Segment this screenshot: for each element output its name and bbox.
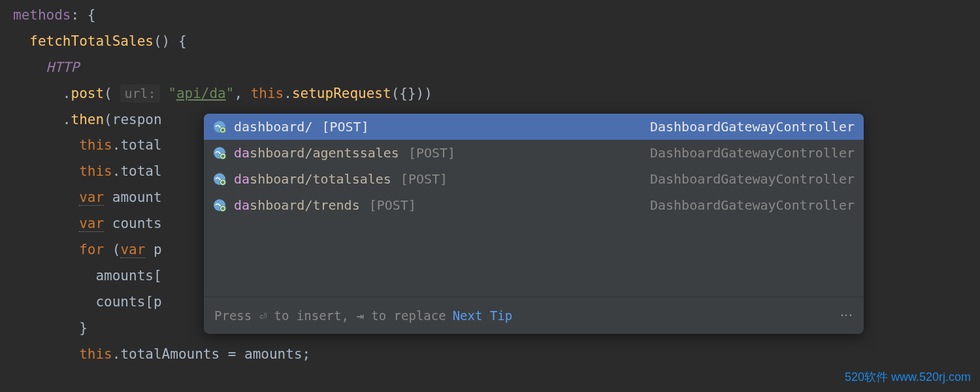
- more-icon[interactable]: ⋮: [834, 309, 858, 323]
- autocomplete-item[interactable]: dashboard/trends[POST]DashboardGatewayCo…: [204, 192, 864, 218]
- token-funcname: fetchTotalSales: [29, 33, 154, 49]
- autocomplete-item[interactable]: dashboard/[POST]DashboardGatewayControll…: [204, 114, 864, 140]
- suggestion-match: da: [234, 167, 250, 191]
- suggestion-origin: DashboardGatewayController: [650, 140, 855, 165]
- suggestion-origin: DashboardGatewayController: [650, 167, 855, 191]
- suggestion-text: shboard/trends: [250, 193, 360, 218]
- code-line: this.totalAmounts = amounts;: [13, 342, 980, 368]
- token-then: then: [71, 112, 105, 127]
- suggestion-match: da: [234, 193, 250, 218]
- suggestion-meta: [POST]: [408, 140, 455, 165]
- suggestion-text: shboard/agentssales: [250, 140, 399, 165]
- suggestion-text: shboard/: [250, 114, 312, 139]
- suggestion-match: da: [234, 140, 250, 165]
- autocomplete-popup[interactable]: dashboard/[POST]DashboardGatewayControll…: [204, 114, 864, 334]
- footer-hint: Press ⏎ to insert, ⇥ to replace: [214, 304, 446, 327]
- suggestion-text: shboard/totalsales: [250, 167, 391, 191]
- next-tip-link[interactable]: Next Tip: [453, 304, 513, 327]
- param-hint: url:: [120, 84, 159, 103]
- endpoint-icon: [213, 146, 226, 159]
- token-post: post: [71, 86, 105, 101]
- watermark: 520软件 www.520rj.com: [845, 366, 971, 388]
- suggestion-origin: DashboardGatewayController: [650, 193, 855, 218]
- autocomplete-item[interactable]: dashboard/totalsales[POST]DashboardGatew…: [204, 166, 864, 192]
- suggestion-origin: DashboardGatewayController: [650, 114, 855, 139]
- code-line: methods: {: [13, 3, 980, 29]
- suggestion-match: da: [234, 114, 250, 139]
- popup-footer: Press ⏎ to insert, ⇥ to replace Next Tip…: [204, 297, 864, 334]
- token-url: api/da: [176, 86, 226, 101]
- code-line: fetchTotalSales() {: [13, 29, 980, 55]
- autocomplete-item[interactable]: dashboard/agentssales[POST]DashboardGate…: [204, 140, 864, 166]
- code-line: .post( url: "api/da", this.setupRequest(…: [13, 81, 980, 107]
- code-line: HTTP: [13, 55, 980, 81]
- token-http: HTTP: [46, 59, 80, 75]
- endpoint-icon: [213, 120, 226, 133]
- suggestion-meta: [POST]: [400, 167, 448, 191]
- suggestion-meta: [POST]: [321, 114, 368, 139]
- suggestion-meta: [POST]: [369, 193, 416, 218]
- token-methods: methods: [13, 7, 71, 23]
- endpoint-icon: [213, 172, 226, 186]
- endpoint-icon: [213, 199, 226, 212]
